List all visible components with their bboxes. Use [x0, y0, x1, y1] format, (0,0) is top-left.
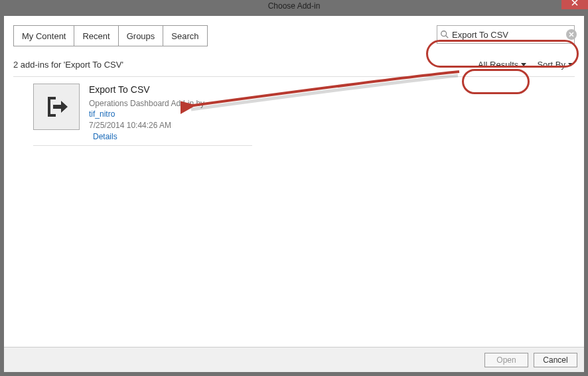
dialog-window: Choose Add-in My Content Recent Groups S…	[0, 0, 588, 376]
item-timestamp: 7/25/2014 10:44:26 AM	[89, 120, 204, 131]
result-item[interactable]: Export To CSV Operations Dashboard Add-i…	[33, 84, 252, 146]
item-subtitle: Operations Dashboard Add-in by	[89, 98, 204, 109]
item-info: Export To CSV Operations Dashboard Add-i…	[89, 84, 204, 143]
tab-bar: My Content Recent Groups Search	[13, 25, 208, 46]
tab-groups[interactable]: Groups	[119, 26, 164, 46]
close-button[interactable]	[561, 0, 588, 9]
cancel-button[interactable]: Cancel	[534, 353, 577, 367]
sort-dropdown[interactable]: Sort By	[536, 57, 575, 72]
chevron-down-icon	[521, 63, 526, 66]
results-summary: 2 add-ins for 'Export To CSV'	[13, 60, 123, 70]
addin-thumbnail	[33, 84, 80, 130]
title-bar: Choose Add-in	[4, 0, 584, 16]
results-list: Export To CSV Operations Dashboard Add-i…	[13, 77, 575, 146]
tab-my-content[interactable]: My Content	[14, 26, 74, 46]
filter-row: 2 add-ins for 'Export To CSV' All Result…	[13, 57, 575, 77]
item-title: Export To CSV	[89, 84, 204, 97]
top-row: My Content Recent Groups Search	[13, 25, 575, 46]
sort-label: Sort By	[537, 60, 565, 70]
search-input[interactable]	[449, 30, 566, 40]
dialog-footer: Open Cancel	[4, 347, 584, 372]
open-button[interactable]: Open	[484, 353, 528, 367]
scope-label: All Results	[478, 60, 518, 70]
scope-dropdown[interactable]: All Results	[477, 57, 528, 72]
x-icon	[569, 32, 574, 37]
item-details-link[interactable]: Details	[89, 131, 204, 143]
tab-search[interactable]: Search	[163, 26, 206, 46]
close-icon	[571, 0, 578, 6]
window-title: Choose Add-in	[268, 0, 321, 11]
svg-point-0	[441, 31, 447, 36]
dialog-content: My Content Recent Groups Search 2 add-in…	[4, 16, 584, 347]
filter-controls: All Results Sort By	[477, 57, 575, 72]
export-icon	[42, 93, 70, 121]
item-author-link[interactable]: tif_nitro	[89, 109, 204, 120]
search-box[interactable]	[437, 25, 575, 44]
chevron-down-icon	[568, 63, 573, 66]
clear-search-button[interactable]	[566, 29, 577, 40]
svg-line-1	[446, 36, 449, 38]
tab-recent[interactable]: Recent	[74, 26, 118, 46]
search-icon	[440, 30, 449, 39]
